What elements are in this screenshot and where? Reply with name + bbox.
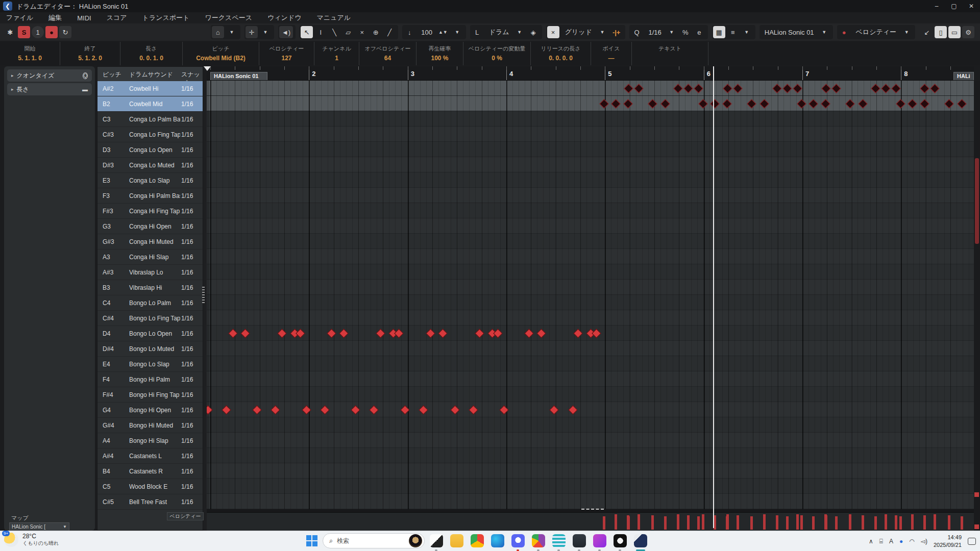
drum-row-snap[interactable]: 1/16	[181, 437, 204, 444]
velocity-bar[interactable]	[796, 514, 799, 530]
grid-lane-G3[interactable]	[207, 218, 974, 234]
expander-icon[interactable]: ▸	[11, 87, 14, 92]
grid-lane-D#3[interactable]	[207, 157, 974, 172]
length-section-header[interactable]: ▸ 長さ ▬	[7, 83, 92, 95]
part-name-tag[interactable]: HALion Sonic 01	[210, 72, 267, 81]
velocity-bar[interactable]	[763, 514, 766, 530]
drum-row-snap[interactable]: 1/16	[181, 177, 204, 184]
insert-velocity-value[interactable]: 100	[417, 29, 436, 36]
info-field-9[interactable]: リリースの長さ0. 0. 0. 0	[531, 42, 591, 65]
drum-list-row[interactable]: E3Conga Lo Slap1/16	[97, 173, 203, 188]
velocity-bar[interactable]	[726, 514, 729, 530]
solo-button[interactable]: S	[18, 26, 30, 38]
drum-list-row[interactable]: A4Bongo Hi Slap1/16	[97, 433, 203, 448]
grid-lane-A4[interactable]	[207, 433, 974, 448]
drum-list-row[interactable]: D4Bongo Lo Open1/16	[97, 326, 203, 341]
grid-lane-A#4[interactable]	[207, 448, 974, 463]
velocity-bar[interactable]	[895, 515, 897, 530]
home-dropdown-icon[interactable]: ▼	[226, 26, 238, 38]
drum-row-snap[interactable]: 1/16	[181, 238, 204, 245]
info-field-0[interactable]: 開始5. 1. 1. 0	[0, 42, 60, 65]
drum-row-snap[interactable]: 1/16	[181, 483, 204, 490]
drum-row-snap[interactable]: 1/16	[181, 407, 204, 414]
drum-list-row[interactable]: G3Conga Hi Open1/16	[97, 219, 203, 234]
controller-selector-value[interactable]: ベロシティー	[852, 28, 901, 37]
drum-list-row[interactable]: G#3Conga Hi Muted1/16	[97, 234, 203, 249]
taskbar-icon-chrome[interactable]	[471, 534, 484, 547]
grid-lane-C#3[interactable]	[207, 127, 974, 142]
info-field-value[interactable]: 100 %	[416, 55, 463, 62]
menu-item-6[interactable]: ウィンドウ	[267, 13, 302, 22]
velocity-bar[interactable]	[750, 516, 753, 530]
drum-row-snap[interactable]: 1/16	[181, 116, 204, 123]
taskbar-icon-cubase[interactable]	[634, 534, 647, 547]
menu-item-4[interactable]: トランスポート	[142, 13, 190, 22]
drum-list-row[interactable]: B2Cowbell Mid1/16	[97, 96, 203, 112]
drum-list-row[interactable]: D#4Bongo Lo Muted1/16	[97, 341, 203, 357]
drum-row-snap[interactable]: 1/16	[181, 498, 204, 506]
audition-icon[interactable]: ◄)	[279, 26, 293, 38]
tray-chevron-icon[interactable]: ∧	[869, 538, 873, 545]
drum-list-row[interactable]: F4Bongo Hi Palm1/16	[97, 372, 203, 387]
scrollbar-thumb[interactable]	[975, 158, 979, 244]
menu-item-1[interactable]: 編集	[48, 13, 62, 22]
setup-toolbar-gear-icon[interactable]: ⚙	[962, 26, 974, 38]
maximize-button[interactable]: ▢	[945, 0, 963, 12]
info-field-10[interactable]: ボイス—	[591, 42, 632, 65]
notification-icon[interactable]	[968, 538, 976, 545]
grid-lane-C5[interactable]	[207, 479, 974, 494]
controller-dropdown-icon[interactable]: ▼	[900, 26, 913, 38]
drum-list-row[interactable]: C4Bongo Lo Palm1/16	[97, 295, 203, 311]
info-field-5[interactable]: チャンネル1	[314, 42, 359, 65]
playhead-cursor[interactable]	[713, 66, 714, 528]
velocity-bar[interactable]	[677, 514, 679, 530]
pin-icon[interactable]: ✱	[4, 26, 16, 38]
velocity-bar[interactable]	[899, 516, 902, 530]
drum-row-snap[interactable]: 1/16	[181, 330, 204, 337]
drum-list-row[interactable]: B4Castanets R1/16	[97, 464, 203, 479]
grid-lane-C4[interactable]	[207, 295, 974, 310]
divider-drag-handle[interactable]	[202, 287, 205, 304]
drum-row-snap[interactable]: 1/16	[181, 376, 204, 383]
loop-button[interactable]: ↻	[59, 26, 71, 38]
drum-row-snap[interactable]: 1/16	[181, 208, 204, 215]
drum-list-row[interactable]: A#3Vibraslap Lo1/16	[97, 265, 203, 280]
drum-row-snap[interactable]: 1/16	[181, 192, 204, 199]
grid-type-value[interactable]: グリッド	[561, 28, 596, 37]
drumstick-tool[interactable]: I	[314, 26, 327, 38]
drum-list-row[interactable]: E4Bongo Lo Slap1/16	[97, 357, 203, 372]
part-start-marker[interactable]	[204, 66, 211, 71]
velocity-lane-label[interactable]: ベロシティー	[167, 512, 204, 520]
velocity-bar[interactable]	[862, 515, 864, 530]
tray-color-dot-icon[interactable]: ●	[899, 538, 903, 545]
drum-row-snap[interactable]: 1/16	[181, 223, 204, 230]
drum-row-snap[interactable]: 1/16	[181, 299, 204, 307]
info-field-3[interactable]: ピッチCowbell Mid (B2)	[183, 42, 259, 65]
grid-lane-E4[interactable]	[207, 356, 974, 371]
drum-row-snap[interactable]: 1/16	[181, 361, 204, 368]
drum-row-snap[interactable]: 1/16	[181, 101, 204, 108]
info-field-1[interactable]: 終了5. 1. 2. 0	[60, 42, 120, 65]
vertical-scrollbar[interactable]	[974, 81, 980, 531]
timeline-ruler[interactable]: 2345678HALion Sonic 01HALi	[207, 66, 974, 81]
taskbar-icon-terminal[interactable]	[573, 534, 586, 547]
velocity-bar[interactable]	[825, 515, 827, 530]
drum-list-row[interactable]: F3Conga Hi Palm Bass1/16	[97, 188, 203, 204]
drum-note-grid[interactable]	[207, 81, 974, 509]
menu-item-3[interactable]: スコア	[107, 13, 127, 22]
window-layout2-icon[interactable]: ▭	[948, 26, 961, 38]
expander-icon[interactable]: ▸	[11, 73, 14, 78]
window-layout-icon[interactable]: ▯	[935, 26, 947, 38]
insert-velocity-stepper[interactable]: ▲▼	[436, 26, 450, 38]
quantize-value[interactable]: 1/16	[644, 29, 665, 36]
velocity-bar[interactable]	[835, 516, 838, 530]
visibility-dropdown-icon[interactable]: ▼	[741, 26, 753, 38]
velocity-bar[interactable]	[697, 516, 700, 530]
insert-length-dropdown-icon[interactable]: ▼	[513, 26, 526, 38]
menu-item-0[interactable]: ファイル	[6, 13, 33, 22]
drum-row-snap[interactable]: 1/16	[181, 345, 204, 353]
info-field-7[interactable]: 再生確率100 %	[416, 42, 463, 65]
info-field-11[interactable]: テキスト	[632, 42, 708, 65]
start-button[interactable]	[306, 535, 317, 546]
drum-list-row[interactable]: C#3Conga Lo Fing Tap1/16	[97, 127, 203, 142]
